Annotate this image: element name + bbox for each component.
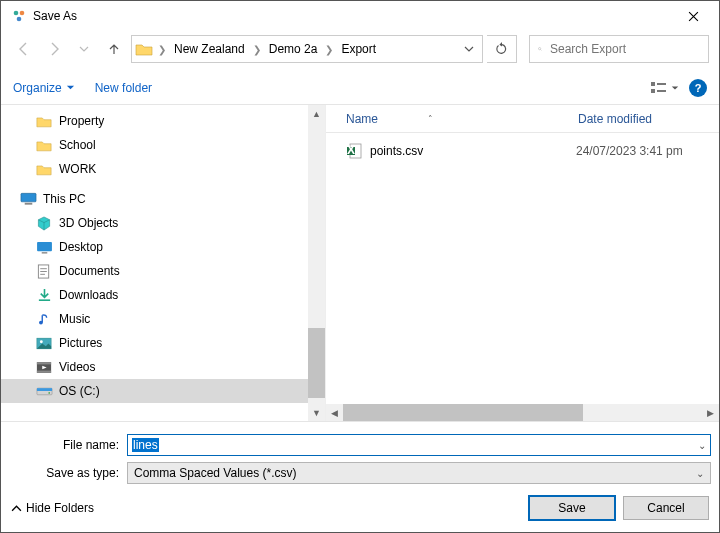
hide-folders-button[interactable]: Hide Folders xyxy=(11,501,94,515)
svg-rect-10 xyxy=(37,241,52,250)
svg-rect-8 xyxy=(20,193,35,202)
file-list: Name˄ Date modified X points.csv 24/07/2… xyxy=(325,105,719,421)
view-options-button[interactable] xyxy=(650,81,679,95)
file-name: points.csv xyxy=(370,144,576,158)
tree-item[interactable]: Property xyxy=(1,109,325,133)
tree-item-label: Downloads xyxy=(59,288,118,302)
documents-icon xyxy=(35,263,53,279)
scroll-track[interactable] xyxy=(308,122,325,404)
videos-icon xyxy=(35,359,53,375)
chevron-right-icon[interactable]: ❯ xyxy=(251,44,263,55)
tree-item-pictures[interactable]: Pictures xyxy=(1,331,325,355)
desktop-icon xyxy=(35,239,53,255)
tree-item-label: 3D Objects xyxy=(59,216,118,230)
music-icon xyxy=(35,311,53,327)
sort-indicator-icon: ˄ xyxy=(428,114,433,124)
scroll-right-icon[interactable]: ▶ xyxy=(702,404,719,421)
tree-item-label: Pictures xyxy=(59,336,102,350)
file-row[interactable]: X points.csv 24/07/2023 3:41 pm xyxy=(326,139,719,163)
nav-tree: Property School WORK This PC 3D Objects … xyxy=(1,105,325,421)
breadcrumb-item[interactable]: New Zealand xyxy=(170,36,249,62)
tree-item[interactable]: School xyxy=(1,133,325,157)
scroll-left-icon[interactable]: ◀ xyxy=(326,404,343,421)
tree-item-videos[interactable]: Videos xyxy=(1,355,325,379)
file-list-header: Name˄ Date modified xyxy=(326,105,719,133)
titlebar: Save As xyxy=(1,1,719,31)
svg-point-1 xyxy=(20,11,25,16)
toolbar: Organize New folder ? xyxy=(1,71,719,105)
folder-icon xyxy=(35,161,53,177)
breadcrumb-item[interactable]: Demo 2a xyxy=(265,36,322,62)
svg-rect-20 xyxy=(36,388,51,391)
scroll-up-icon[interactable]: ▲ xyxy=(308,105,325,122)
tree-item-downloads[interactable]: Downloads xyxy=(1,283,325,307)
tree-item-documents[interactable]: Documents xyxy=(1,259,325,283)
folder-icon xyxy=(134,39,154,59)
window-title: Save As xyxy=(33,9,671,23)
scroll-thumb[interactable] xyxy=(343,404,583,421)
filename-label: File name: xyxy=(9,438,127,452)
breadcrumb-item[interactable]: Export xyxy=(337,36,380,62)
svg-rect-5 xyxy=(651,89,655,93)
svg-rect-6 xyxy=(657,83,666,85)
tree-item-label: Videos xyxy=(59,360,95,374)
back-button[interactable] xyxy=(11,36,37,62)
forward-button[interactable] xyxy=(41,36,67,62)
up-button[interactable] xyxy=(101,36,127,62)
svg-point-21 xyxy=(48,392,50,394)
svg-point-13 xyxy=(39,320,43,324)
filetype-label: Save as type: xyxy=(9,466,127,480)
pictures-icon xyxy=(35,335,53,351)
svg-rect-4 xyxy=(651,82,655,86)
chevron-up-icon xyxy=(11,503,22,514)
tree-item-label: School xyxy=(59,138,96,152)
search-input[interactable] xyxy=(550,42,700,56)
tree-item-3d[interactable]: 3D Objects xyxy=(1,211,325,235)
cancel-button[interactable]: Cancel xyxy=(623,496,709,520)
folder-icon xyxy=(35,113,53,129)
tree-item-drive[interactable]: OS (C:) xyxy=(1,379,325,403)
scroll-down-icon[interactable]: ▼ xyxy=(308,404,325,421)
files-hscrollbar[interactable]: ◀ ▶ xyxy=(326,404,719,421)
tree-item-label: Property xyxy=(59,114,104,128)
chevron-down-icon[interactable]: ⌄ xyxy=(698,440,706,451)
svg-point-3 xyxy=(539,48,541,50)
filename-value: lines xyxy=(132,438,159,452)
new-folder-button[interactable]: New folder xyxy=(95,81,152,95)
tree-item-label: WORK xyxy=(59,162,96,176)
tree-item-label: Documents xyxy=(59,264,120,278)
scroll-thumb[interactable] xyxy=(308,328,325,398)
svg-point-0 xyxy=(14,11,19,16)
svg-text:X: X xyxy=(347,143,355,157)
refresh-button[interactable] xyxy=(487,35,517,63)
tree-this-pc[interactable]: This PC xyxy=(1,187,325,211)
tree-item-desktop[interactable]: Desktop xyxy=(1,235,325,259)
recent-dropdown[interactable] xyxy=(71,36,97,62)
scroll-track[interactable] xyxy=(343,404,702,421)
tree-item[interactable]: WORK xyxy=(1,157,325,181)
close-button[interactable] xyxy=(671,2,715,30)
svg-rect-11 xyxy=(41,252,47,253)
tree-item-label: This PC xyxy=(43,192,86,206)
chevron-right-icon[interactable]: ❯ xyxy=(323,44,335,55)
search-icon xyxy=(538,42,542,56)
help-button[interactable]: ? xyxy=(689,79,707,97)
address-bar[interactable]: ❯ New Zealand ❯ Demo 2a ❯ Export xyxy=(131,35,483,63)
tree-scrollbar[interactable]: ▲ ▼ xyxy=(308,105,325,421)
search-box[interactable] xyxy=(529,35,709,63)
footer: Hide Folders Save Cancel xyxy=(1,484,719,532)
chevron-right-icon[interactable]: ❯ xyxy=(156,44,168,55)
tree-item-music[interactable]: Music xyxy=(1,307,325,331)
column-name-header[interactable]: Name˄ xyxy=(326,112,578,126)
address-dropdown[interactable] xyxy=(458,44,480,54)
save-button[interactable]: Save xyxy=(529,496,615,520)
svg-point-2 xyxy=(17,17,22,22)
folder-icon xyxy=(35,137,53,153)
chevron-down-icon[interactable]: ⌄ xyxy=(696,468,704,479)
svg-rect-7 xyxy=(657,90,666,92)
organize-button[interactable]: Organize xyxy=(13,81,75,95)
filename-input[interactable]: lines ⌄ xyxy=(127,434,711,456)
drive-icon xyxy=(35,383,53,399)
column-date-header[interactable]: Date modified xyxy=(578,112,719,126)
filetype-select[interactable]: Comma Spaced Values (*.csv) ⌄ xyxy=(127,462,711,484)
